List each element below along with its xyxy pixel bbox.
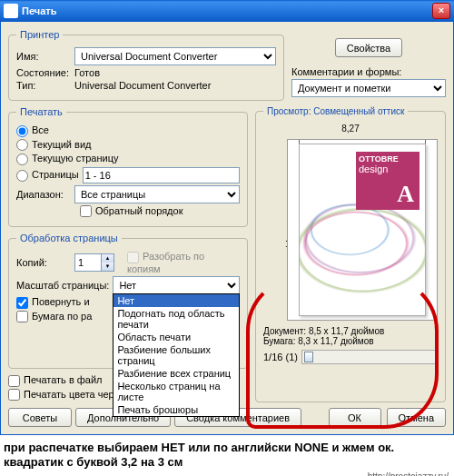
radio-currentpage[interactable]: Текущую страницу	[16, 153, 118, 165]
scale-select[interactable]: Нет Нет Подогнать под область печати Обл…	[113, 276, 240, 294]
comments-select[interactable]: Документ и пометки	[291, 79, 446, 97]
print-dialog: Принтер Имя: Universal Document Converte…	[0, 22, 454, 435]
radio-all[interactable]: Все	[16, 124, 49, 137]
tips-button[interactable]: Советы	[8, 408, 72, 427]
properties-button[interactable]: Свойства	[335, 38, 402, 57]
range-legend: Печатать	[16, 106, 66, 117]
type-label: Тип:	[16, 80, 71, 91]
comments-label: Комментарии и формы:	[291, 66, 446, 77]
papersize-check[interactable]: Бумага по ра	[16, 311, 92, 323]
subset-select[interactable]: Все страницы	[74, 185, 240, 203]
source-url: http://prostojazzy.ru/	[0, 471, 454, 476]
window-title: Печать	[22, 5, 432, 16]
printer-select[interactable]: Universal Document Converter	[74, 47, 276, 65]
handling-group: Обработка страницы Копий: ▲▼ Разобрать п…	[8, 233, 248, 369]
type-value: Universal Document Converter	[74, 80, 211, 91]
scale-opt-tile-all[interactable]: Разбиение всех страниц	[114, 367, 239, 380]
scale-opt-printable[interactable]: Область печати	[114, 331, 239, 343]
pages-input[interactable]	[83, 167, 240, 183]
state-label: Состояние:	[16, 67, 71, 78]
scale-opt-none[interactable]: Нет	[114, 294, 239, 307]
collate-check: Разобрать по копиям	[127, 251, 240, 274]
titlebar: Печать ×	[0, 0, 454, 22]
rotate-check[interactable]: Повернуть и	[16, 296, 90, 309]
doc-dim: Документ: 8,5 x 11,7 дюймов	[263, 326, 438, 336]
page-counter: 1/16 (1)	[263, 352, 298, 362]
scale-opt-nup[interactable]: Несколько страниц на листе	[114, 380, 239, 403]
dim-width: 8,27	[263, 124, 438, 134]
printer-legend: Принтер	[16, 29, 63, 40]
app-icon	[4, 4, 18, 18]
preview-brand: OTTOBRE design A	[356, 152, 419, 210]
state-value: Готов	[74, 67, 100, 78]
subset-label: Диапазон:	[16, 189, 71, 200]
handling-legend: Обработка страницы	[16, 233, 122, 243]
name-label: Имя:	[16, 51, 71, 62]
scale-opt-tile-large[interactable]: Разбиение больших страниц	[114, 343, 239, 367]
tofile-check[interactable]: Печатать в файл	[8, 374, 103, 387]
copies-label: Копий:	[16, 257, 71, 268]
ok-button[interactable]: ОК	[329, 408, 381, 427]
preview-legend: Просмотр: Совмещенный оттиск	[263, 106, 408, 116]
scale-label: Масштаб страницы:	[16, 280, 109, 291]
scale-opt-fit[interactable]: Подогнать под область печати	[114, 307, 239, 331]
cancel-button[interactable]: Отмена	[387, 408, 446, 427]
page-slider[interactable]	[301, 350, 438, 364]
instruction-caption: при распечатке выбираем НЕТ или по англи…	[0, 435, 454, 471]
preview-group: Просмотр: Совмещенный оттиск 8,27 11,69 …	[255, 106, 446, 402]
preview-pane: OTTOBRE design A	[287, 139, 438, 321]
reverse-check[interactable]: Обратный порядок	[80, 205, 183, 218]
paper-dim: Бумага: 8,3 x 11,7 дюймов	[263, 336, 438, 346]
scale-dropdown-list[interactable]: Нет Подогнать под область печати Область…	[113, 293, 240, 417]
radio-view[interactable]: Текущий вид	[16, 139, 91, 152]
printer-group: Принтер Имя: Universal Document Converte…	[8, 29, 284, 101]
scale-opt-booklet[interactable]: Печать брошюры	[114, 403, 239, 416]
close-icon[interactable]: ×	[432, 3, 450, 19]
radio-pages[interactable]: Страницы	[16, 169, 79, 182]
range-group: Печатать Все Текущий вид Текущую страниц…	[8, 106, 248, 227]
copies-spin[interactable]: ▲▼	[74, 253, 114, 272]
